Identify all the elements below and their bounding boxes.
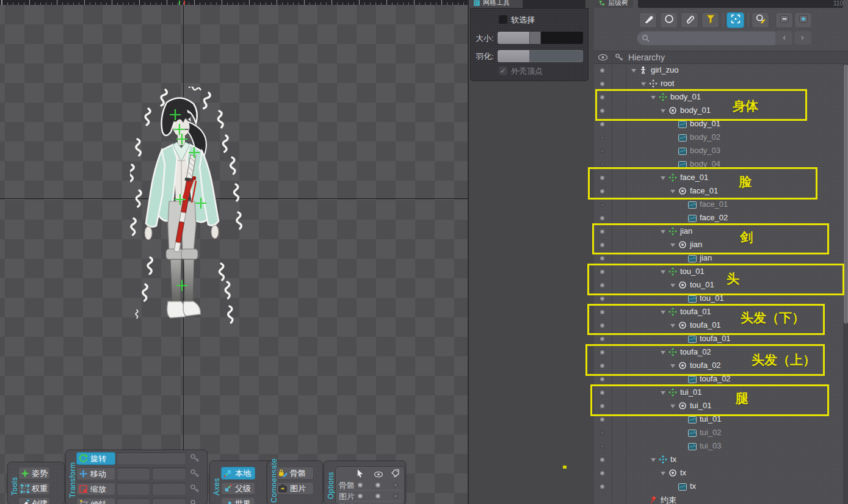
expand-arrow-icon[interactable] — [661, 270, 665, 274]
axes-axis-parent-button[interactable]: 父级 — [221, 482, 255, 495]
tools-weights-button[interactable]: 权重 — [18, 482, 50, 495]
toolbar-attachment-tool[interactable] — [681, 12, 698, 28]
tree-row[interactable]: tou_01 — [594, 278, 843, 292]
feather-slider[interactable] — [498, 50, 583, 62]
translate-value-field-x[interactable] — [117, 467, 150, 480]
rotate-value-field[interactable] — [117, 452, 186, 465]
tree-row[interactable]: tx — [594, 480, 843, 493]
visibility-dot[interactable] — [600, 458, 604, 462]
tree-row[interactable]: toufa_02 — [594, 372, 843, 386]
visibility-dot[interactable] — [600, 431, 604, 435]
visibility-dot[interactable] — [600, 323, 604, 328]
visibility-dot[interactable] — [600, 216, 604, 220]
tree-row[interactable]: tx — [594, 453, 843, 466]
options-骨骼-dot[interactable] — [358, 483, 363, 488]
visibility-dot[interactable] — [600, 229, 604, 234]
expand-arrow-icon[interactable] — [661, 311, 665, 314]
visibility-dot[interactable] — [600, 404, 604, 408]
toolbar-filter-tool[interactable] — [701, 12, 719, 28]
transform-rotate-button[interactable]: 旋转 — [76, 452, 115, 465]
scrollbar-thumb[interactable] — [844, 65, 848, 323]
tree-row[interactable]: root — [594, 77, 843, 90]
tree-row[interactable]: body_01 — [594, 90, 843, 104]
tree-row[interactable]: girl_zuo — [594, 63, 843, 77]
tree-row[interactable]: body_01 — [594, 104, 843, 117]
visibility-dot[interactable] — [600, 68, 604, 73]
visibility-dot[interactable] — [600, 471, 604, 475]
visibility-dot[interactable] — [600, 189, 604, 193]
visibility-dot[interactable] — [600, 310, 604, 314]
visibility-dot[interactable] — [600, 135, 604, 140]
shear-value-field-y[interactable] — [152, 498, 186, 504]
options-骨骼-dot[interactable] — [393, 483, 398, 488]
tree-row[interactable]: face_01 — [594, 171, 843, 184]
hull-vertices-checkbox[interactable]: ✓ — [499, 67, 507, 75]
expand-arrow-icon[interactable] — [641, 82, 646, 86]
toolbar-frame-selection-tool[interactable] — [727, 12, 744, 28]
shear-keyframe-icon[interactable] — [190, 499, 200, 504]
soft-select-checkbox[interactable] — [499, 15, 507, 24]
expand-arrow-icon[interactable] — [661, 109, 665, 113]
visibility-dot[interactable] — [600, 350, 604, 355]
empty-tab[interactable] — [523, 0, 585, 8]
toolbar-circle-tool[interactable] — [660, 12, 678, 28]
hierarchy-searchbox[interactable] — [637, 31, 780, 45]
tree-row[interactable]: tui_01 — [594, 386, 843, 399]
options-图片-dot[interactable] — [358, 494, 363, 499]
tools-pose-button[interactable]: 姿势 — [18, 467, 50, 480]
tree-row[interactable]: body_02 — [594, 131, 843, 144]
transform-shear-button[interactable]: 倾斜 — [76, 498, 115, 504]
visibility-dot[interactable] — [600, 122, 604, 126]
visibility-dot[interactable] — [600, 391, 604, 395]
shear-value-field-x[interactable] — [117, 498, 150, 504]
tree-row[interactable]: body_01 — [594, 117, 843, 131]
visibility-dot[interactable] — [600, 364, 604, 368]
nav-forward-button[interactable] — [794, 31, 811, 45]
tree-row[interactable]: tui_01 — [594, 412, 843, 426]
expand-arrow-icon[interactable] — [670, 190, 675, 193]
size-slider[interactable] — [498, 32, 583, 44]
tree-row[interactable]: tx — [594, 466, 843, 480]
toolbar-collapse-all-tool[interactable] — [775, 12, 793, 28]
compensate-comp-images-button[interactable]: 图片 — [276, 482, 314, 495]
viewport[interactable] — [0, 0, 469, 504]
tree-row[interactable]: face_02 — [594, 211, 843, 225]
tree-row[interactable]: face_01 — [594, 198, 843, 211]
tree-row[interactable]: jian — [594, 238, 843, 251]
expand-arrow-icon[interactable] — [670, 243, 675, 247]
expand-arrow-icon[interactable] — [631, 69, 636, 73]
axes-axis-world-button[interactable]: 世界 — [221, 497, 255, 504]
tree-row[interactable]: tou_01 — [594, 292, 843, 305]
toolbar-expand-all-tool[interactable] — [794, 12, 812, 28]
visibility-dot[interactable] — [600, 176, 604, 180]
options-图片-dot[interactable] — [375, 494, 380, 499]
translate-keyframe-icon[interactable] — [190, 469, 200, 478]
visibility-dot[interactable] — [600, 256, 604, 261]
expand-arrow-icon[interactable] — [661, 230, 665, 234]
tree-row[interactable]: body_04 — [594, 157, 843, 171]
expand-arrow-icon[interactable] — [651, 96, 656, 99]
nav-back-button[interactable] — [775, 31, 792, 45]
tree-row[interactable]: 约束 — [594, 493, 843, 504]
tree-row[interactable]: jian — [594, 251, 843, 265]
tree-row[interactable]: toufa_01 — [594, 319, 843, 332]
tree-row[interactable]: toufa_01 — [594, 305, 843, 319]
compensate-comp-bones-button[interactable]: 骨骼 — [276, 467, 314, 480]
tree-row[interactable]: jian — [594, 225, 843, 238]
rotate-keyframe-icon[interactable] — [190, 453, 200, 463]
mesh-tools-tab[interactable]: 网格工具 — [469, 0, 515, 8]
visibility-dot[interactable] — [600, 417, 604, 422]
scale-value-field-x[interactable] — [117, 483, 150, 495]
axes-axis-local-button[interactable]: 本地 — [221, 467, 255, 480]
expand-arrow-icon[interactable] — [661, 472, 665, 475]
expand-arrow-icon[interactable] — [670, 364, 675, 368]
visibility-dot[interactable] — [600, 283, 604, 287]
visibility-dot[interactable] — [600, 243, 604, 247]
tree-row[interactable]: toufa_01 — [594, 332, 843, 345]
visibility-dot[interactable] — [600, 95, 604, 99]
visibility-dot[interactable] — [600, 444, 604, 448]
expand-arrow-icon[interactable] — [670, 405, 675, 408]
transform-scale-button[interactable]: 缩放 — [76, 483, 115, 495]
visibility-dot[interactable] — [600, 82, 604, 86]
visibility-dot[interactable] — [600, 203, 604, 207]
